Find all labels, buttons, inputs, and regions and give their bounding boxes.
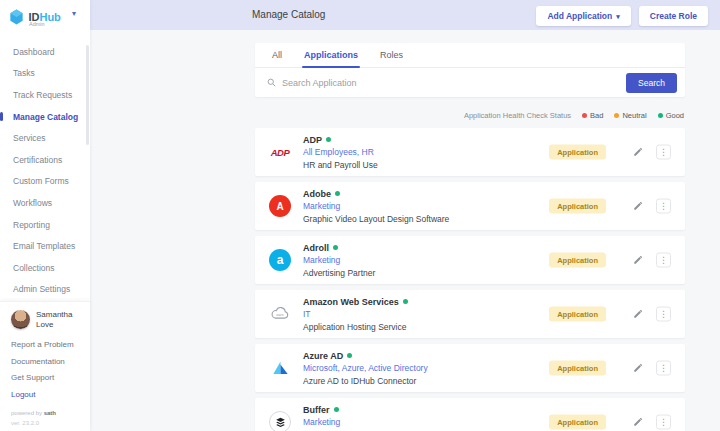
adobe-logo-icon: A xyxy=(268,194,292,218)
page-title: Manage Catalog xyxy=(252,9,325,20)
sidebar-item-dashboard[interactable]: Dashboard xyxy=(13,41,90,63)
application-badge: Application xyxy=(549,361,606,376)
application-badge: Application xyxy=(549,145,606,160)
row-kebab-menu-icon[interactable]: ⋮ xyxy=(656,361,671,376)
link-logout[interactable]: Logout xyxy=(11,390,90,407)
app-tags[interactable]: Marketing xyxy=(303,201,449,211)
application-badge: Application xyxy=(549,199,606,214)
buffer-logo-icon xyxy=(268,410,292,431)
health-status-dot xyxy=(403,299,408,304)
sidebar-item-certifications[interactable]: Certifications xyxy=(13,149,90,171)
bad-status-dot xyxy=(582,113,587,118)
user-profile[interactable]: Samantha Love xyxy=(11,310,90,329)
search-icon xyxy=(267,78,276,87)
sidebar-item-workflows[interactable]: Workflows xyxy=(13,192,90,214)
chevron-down-icon: ▾ xyxy=(616,13,620,20)
app-version: ver. 23.2.0 xyxy=(11,420,90,426)
edit-pencil-icon[interactable] xyxy=(633,201,643,211)
app-row-adp: ADP ADP All Employees, HR HR and Payroll… xyxy=(255,128,685,176)
legend-label: Application Health Check Status xyxy=(464,111,571,120)
application-badge: Application xyxy=(549,307,606,322)
sidebar-item-manage-catalog[interactable]: Manage Catalog xyxy=(13,106,90,128)
application-badge: Application xyxy=(549,415,606,430)
catalog-panel: All Applications Roles Search xyxy=(255,43,685,97)
app-description: Graphic Video Layout Design Software xyxy=(303,214,449,224)
app-row-aws: aws Amazon Web Services IT Application H… xyxy=(255,290,685,338)
add-application-button[interactable]: Add Application▾ xyxy=(536,6,630,26)
sidebar-item-admin-settings[interactable]: Admin Settings xyxy=(13,279,90,301)
user-name: Samantha Love xyxy=(36,310,90,328)
app-description: Azure AD to IDHub Connector xyxy=(303,376,428,386)
sidebar: IDHub ▾ Admin Dashboard Tasks Track Requ… xyxy=(0,0,90,431)
app-row-azure-ad: Azure AD Microsoft, Azure, Active Direct… xyxy=(255,344,685,392)
idhub-logo-icon xyxy=(9,9,24,25)
adroll-logo-icon: a xyxy=(268,248,292,272)
edit-pencil-icon[interactable] xyxy=(633,309,643,319)
legend-item-neutral: Neutral xyxy=(614,111,646,120)
tab-all[interactable]: All xyxy=(272,43,282,67)
app-description: HR and Payroll Use xyxy=(303,160,378,170)
adp-logo-icon: ADP xyxy=(268,140,292,164)
search-button[interactable]: Search xyxy=(626,73,677,93)
app-tags[interactable]: Marketing xyxy=(303,417,486,427)
edit-pencil-icon[interactable] xyxy=(633,363,643,373)
header-actions: Add Application▾ Create Role xyxy=(536,6,708,26)
svg-text:aws: aws xyxy=(276,312,283,317)
application-badge: Application xyxy=(549,253,606,268)
catalog-tabs: All Applications Roles xyxy=(255,43,685,68)
edit-pencil-icon[interactable] xyxy=(633,255,643,265)
link-report-a-problem[interactable]: Report a Problem xyxy=(11,340,90,357)
app-name: Amazon Web Services xyxy=(303,297,399,307)
health-status-dot xyxy=(347,353,352,358)
row-kebab-menu-icon[interactable]: ⋮ xyxy=(656,253,671,268)
app-name: Adobe xyxy=(303,189,331,199)
avatar xyxy=(11,310,30,329)
tab-applications[interactable]: Applications xyxy=(304,43,358,67)
sidebar-item-track-requests[interactable]: Track Requests xyxy=(13,84,90,106)
app-tags[interactable]: Microsoft, Azure, Active Directory xyxy=(303,363,428,373)
link-get-support[interactable]: Get Support xyxy=(11,373,90,390)
neutral-status-dot xyxy=(614,113,619,118)
edit-pencil-icon[interactable] xyxy=(633,147,643,157)
main-content: All Applications Roles Search Applicatio… xyxy=(90,30,720,431)
sidebar-item-custom-forms[interactable]: Custom Forms xyxy=(13,171,90,193)
legend-item-good: Good xyxy=(658,111,684,120)
app-name: Adroll xyxy=(303,243,329,253)
health-status-dot xyxy=(334,407,339,412)
brand-header: IDHub ▾ Admin xyxy=(0,0,90,32)
azure-ad-logo-icon xyxy=(268,356,292,380)
link-documentation[interactable]: Documentation xyxy=(11,357,90,374)
sidebar-item-services[interactable]: Services xyxy=(13,127,90,149)
sidebar-links: Report a Problem Documentation Get Suppo… xyxy=(11,340,90,406)
sidebar-item-tasks[interactable]: Tasks xyxy=(13,63,90,85)
row-kebab-menu-icon[interactable]: ⋮ xyxy=(656,415,671,430)
sidebar-item-email-templates[interactable]: Email Templates xyxy=(13,235,90,257)
row-kebab-menu-icon[interactable]: ⋮ xyxy=(656,199,671,214)
top-header: Manage Catalog Add Application▾ Create R… xyxy=(90,0,720,30)
health-status-dot xyxy=(326,137,331,142)
powered-by: powered by sath xyxy=(11,410,90,416)
search-bar: Search xyxy=(255,68,685,97)
app-description: Advertising Partner xyxy=(303,268,375,278)
app-tags[interactable]: IT xyxy=(303,309,408,319)
app-row-adroll: a Adroll Marketing Advertising Partner A… xyxy=(255,236,685,284)
app-name: Azure AD xyxy=(303,351,343,361)
sidebar-item-collections[interactable]: Collections xyxy=(13,257,90,279)
tab-roles[interactable]: Roles xyxy=(380,43,403,67)
edit-pencil-icon[interactable] xyxy=(633,417,643,427)
app-description: Application Hosting Service xyxy=(303,322,408,332)
brand-caret-icon[interactable]: ▾ xyxy=(72,9,76,18)
app-tags[interactable]: Marketing xyxy=(303,255,375,265)
sidebar-item-reporting[interactable]: Reporting xyxy=(13,214,90,236)
app-tags[interactable]: All Employees, HR xyxy=(303,147,378,157)
aws-logo-icon: aws xyxy=(268,302,292,326)
search-input[interactable] xyxy=(282,78,626,88)
row-kebab-menu-icon[interactable]: ⋮ xyxy=(656,307,671,322)
good-status-dot xyxy=(658,113,663,118)
sidebar-footer: Samantha Love Report a Problem Documenta… xyxy=(0,301,90,426)
health-status-dot xyxy=(335,191,340,196)
app-row-adobe: A Adobe Marketing Graphic Video Layout D… xyxy=(255,182,685,230)
row-kebab-menu-icon[interactable]: ⋮ xyxy=(656,145,671,160)
create-role-button[interactable]: Create Role xyxy=(639,6,708,26)
app-row-buffer: Buffer Marketing Buffer is used to manag… xyxy=(255,398,685,431)
